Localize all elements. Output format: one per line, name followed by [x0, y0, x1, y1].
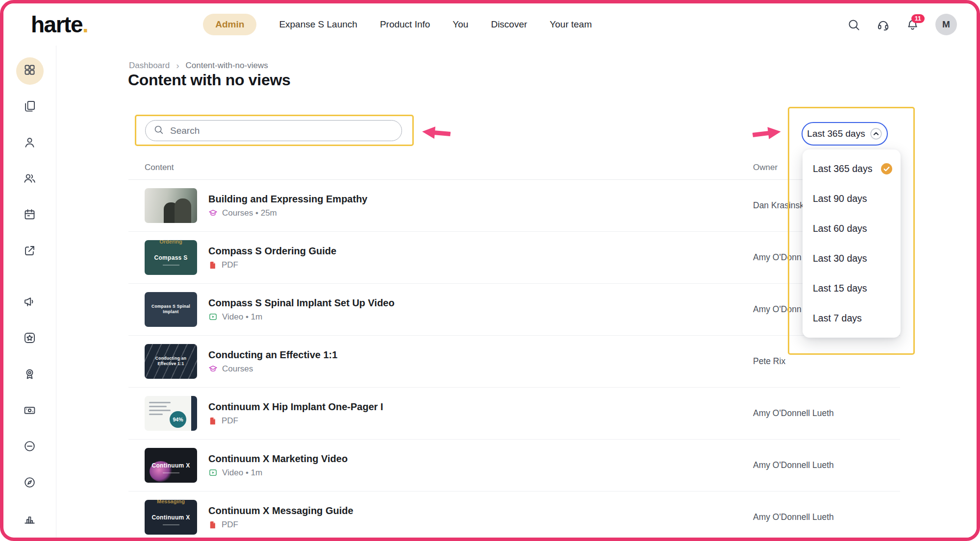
sidebar-item-profile[interactable] [3, 125, 56, 161]
content-meta: PDF [208, 260, 753, 270]
users-icon [23, 172, 36, 187]
row-info: Conducting an Effective 1:1Courses [197, 349, 753, 374]
megaphone-icon [23, 295, 36, 310]
pdf-file-icon [208, 261, 217, 270]
filter-option-last-7-days[interactable]: Last 7 days [803, 303, 901, 333]
table-row[interactable]: Building and Expressing EmpathyCourses •… [128, 180, 900, 232]
support-headset-icon[interactable] [877, 18, 890, 31]
sidebar-item-people[interactable] [3, 161, 56, 197]
arrow-annotation-left [422, 124, 452, 142]
pdf-file-icon [208, 417, 217, 425]
breadcrumb-dashboard[interactable]: Dashboard [129, 61, 170, 71]
content-table-body: Building and Expressing EmpathyCourses •… [128, 180, 900, 538]
sidebar-item-achievements[interactable] [3, 321, 56, 357]
content-meta-text: Video • 1m [222, 312, 262, 322]
table-row[interactable]: MessagingContinuum XContinuum X Messagin… [128, 492, 900, 538]
arrow-annotation-right [752, 124, 781, 143]
thumbnail-top-text: Messaging [145, 500, 197, 504]
row-info: Continuum X Messaging GuidePDF [197, 505, 753, 530]
thumbnail-label: Compass S [147, 254, 195, 261]
sidebar-item-awards[interactable] [3, 357, 56, 393]
star-badge-icon [23, 331, 36, 346]
topbar: harte. AdminExpanse S LaunchProduct Info… [3, 3, 977, 46]
content-meta-text: Courses • 25m [222, 208, 277, 218]
compass-icon [23, 476, 36, 491]
notifications-bell-icon[interactable]: 11 [906, 18, 919, 31]
sidebar-item-reports[interactable] [3, 501, 56, 538]
selected-check-icon [880, 163, 893, 175]
table-row[interactable]: Compass S Spinal ImplantCompass S Spinal… [128, 284, 900, 336]
search-input[interactable] [169, 125, 394, 137]
filter-option-last-30-days[interactable]: Last 30 days [803, 244, 901, 273]
content-title: Compass S Ordering Guide [208, 246, 753, 257]
content-meta: Video • 1m [208, 312, 753, 322]
nav-item-discover[interactable]: Discover [491, 14, 527, 35]
sidebar-item-exclusions[interactable] [3, 429, 56, 466]
sidebar-item-announcements[interactable] [3, 285, 56, 321]
sidebar-item-content-library[interactable] [3, 89, 56, 125]
content-owner: Amy O'Donnell Lueth [753, 460, 900, 470]
date-range-filter-button[interactable]: Last 365 days [802, 122, 888, 146]
table-header: Content Owner [128, 155, 900, 180]
row-info: Building and Expressing EmpathyCourses •… [197, 194, 753, 218]
external-link-icon [23, 244, 36, 259]
content-owner: Amy O'Donnell Lueth [753, 512, 900, 522]
nav-item-you[interactable]: You [452, 14, 468, 35]
content-meta-text: PDF [222, 260, 238, 270]
filter-option-last-15-days[interactable]: Last 15 days [803, 273, 901, 303]
sidebar-item-discover[interactable] [3, 466, 56, 502]
chevron-up-icon [870, 127, 882, 140]
content-meta-text: Video • 1m [222, 468, 262, 478]
minus-circle-icon [23, 440, 36, 455]
filter-option-last-365-days[interactable]: Last 365 days [803, 154, 901, 184]
sidebar-item-export[interactable] [3, 233, 56, 270]
avatar-initial: M [942, 19, 950, 30]
brand-logo-dot: . [82, 12, 88, 37]
brand-logo-text: harte [31, 12, 82, 37]
nav-item-admin[interactable]: Admin [203, 14, 256, 35]
filter-option-label: Last 90 days [813, 193, 867, 204]
avatar[interactable]: M [935, 14, 957, 35]
content-title: Building and Expressing Empathy [208, 194, 753, 205]
search-box[interactable] [145, 120, 402, 141]
pages-icon [23, 99, 36, 115]
nav-item-product-info[interactable]: Product Info [380, 14, 430, 35]
brand-logo[interactable]: harte. [31, 13, 88, 36]
thumbnail-label: Compass S Spinal Implant [147, 304, 195, 316]
top-nav: AdminExpanse S LaunchProduct InfoYouDisc… [203, 14, 592, 35]
sidebar-item-payments[interactable] [3, 393, 56, 429]
content-owner: Amy O'Donnell Lueth [753, 408, 900, 418]
filter-option-label: Last 15 days [813, 283, 867, 294]
filter-option-last-60-days[interactable]: Last 60 days [803, 214, 901, 244]
page-title: Content with no views [128, 71, 290, 89]
bar-chart-icon [23, 512, 36, 527]
search-icon[interactable] [847, 18, 860, 31]
content-meta-text: Courses [222, 364, 253, 374]
table-row[interactable]: 94%Continuum X Hip Implant One-Pager IPD… [128, 388, 900, 440]
video-icon [208, 312, 218, 321]
dashboard-grid-icon [23, 63, 36, 78]
award-ribbon-icon [23, 368, 36, 383]
content-meta-text: PDF [222, 520, 238, 530]
content-meta: Video • 1m [208, 468, 753, 478]
sidebar-item-dashboard[interactable] [3, 53, 56, 89]
table-row[interactable]: Conducting an Effective 1:1Conducting an… [128, 336, 900, 388]
main-content: Dashboard › Content-with-no-views Conten… [56, 46, 977, 538]
content-thumbnail [145, 188, 197, 223]
pdf-file-icon [208, 520, 217, 529]
nav-item-expanse-s-launch[interactable]: Expanse S Launch [279, 14, 357, 35]
filter-option-last-90-days[interactable]: Last 90 days [803, 184, 901, 214]
sidebar [3, 46, 56, 538]
thumbnail-label: Continuum X [147, 514, 195, 521]
table-row[interactable]: Continuum XContinuum X Marketing VideoVi… [128, 440, 900, 492]
breadcrumb-current: Content-with-no-views [186, 61, 268, 71]
content-meta: PDF [208, 520, 753, 530]
table-row[interactable]: OrderingCompass SCompass S Ordering Guid… [128, 232, 900, 284]
graduation-cap-icon [208, 364, 218, 373]
content-title: Compass S Spinal Implant Set Up Video [208, 297, 753, 309]
sidebar-item-schedule[interactable] [3, 197, 56, 234]
content-thumbnail: OrderingCompass S [145, 240, 197, 275]
nav-item-your-team[interactable]: Your team [550, 14, 592, 35]
content-thumbnail: Compass S Spinal Implant [145, 292, 197, 327]
column-header-content: Content [128, 163, 753, 172]
